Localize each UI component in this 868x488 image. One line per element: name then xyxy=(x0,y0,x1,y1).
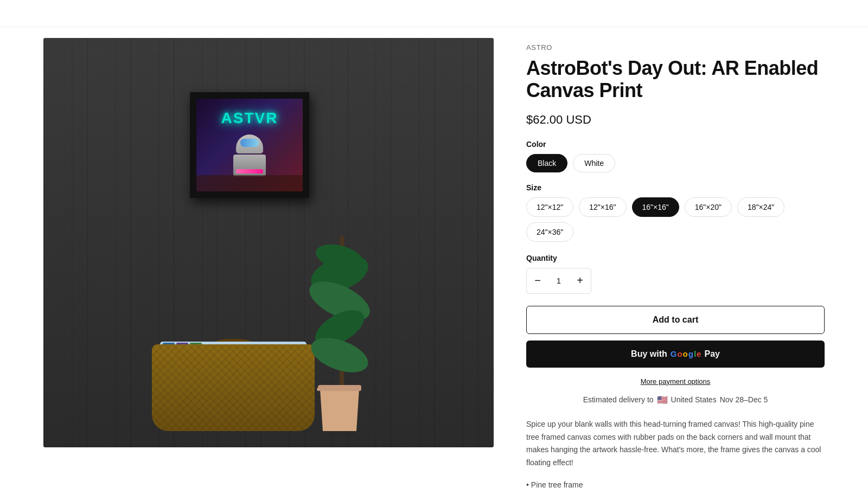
size-btn-12x12[interactable]: 12"×12" xyxy=(526,197,573,217)
plant-svg xyxy=(288,230,396,447)
color-btn-white[interactable]: White xyxy=(573,154,615,172)
size-btn-16x16[interactable]: 16"×16" xyxy=(632,197,679,217)
more-payment-link[interactable]: More payment options xyxy=(641,377,711,386)
size-btn-16x20[interactable]: 16"×20" xyxy=(685,197,732,217)
buy-now-button[interactable]: Buy with Google Pay xyxy=(526,341,825,368)
bullet-pine-frame: • Pine tree frame xyxy=(526,478,825,488)
color-label: Color xyxy=(526,140,825,149)
delivery-info: Estimated delivery to 🇺🇸 United States N… xyxy=(526,395,825,405)
us-flag-icon: 🇺🇸 xyxy=(657,395,668,405)
color-btn-black[interactable]: Black xyxy=(526,154,567,172)
crowd-silhouette xyxy=(196,175,303,191)
product-price: $62.00 USD xyxy=(526,113,825,127)
page-wrapper: ASTVR xyxy=(0,27,868,488)
product-image: ASTVR xyxy=(43,38,494,447)
buy-now-label: Buy with xyxy=(631,349,667,359)
quantity-label: Quantity xyxy=(526,254,825,262)
robot-visor xyxy=(240,139,259,147)
astvr-text: ASTVR xyxy=(221,110,278,127)
product-bullets: • Pine tree frame • Frame thickness: 1.2… xyxy=(526,478,825,488)
size-btn-18x24[interactable]: 18"×24" xyxy=(737,197,784,217)
add-to-cart-button[interactable]: Add to cart xyxy=(526,306,825,334)
size-options: 12"×12" 12"×16" 16"×16" 16"×20" 18"×24" … xyxy=(526,197,825,242)
quantity-increase-button[interactable]: + xyxy=(569,268,591,293)
delivery-country: United States xyxy=(671,395,717,404)
gpay-logo: Google xyxy=(671,349,701,358)
wall-frame-inner: ASTVR xyxy=(196,99,303,191)
delivery-dates: Nov 28–Dec 5 xyxy=(720,395,768,404)
size-btn-12x16[interactable]: 12"×16" xyxy=(579,197,626,217)
product-description: Spice up your blank walls with this head… xyxy=(526,418,825,470)
size-label: Size xyxy=(526,183,825,192)
quantity-decrease-button[interactable]: − xyxy=(527,268,548,293)
robot-stripe xyxy=(236,169,263,174)
delivery-text: Estimated delivery to xyxy=(583,395,654,404)
quantity-value: 1 xyxy=(548,276,569,285)
wall-frame: ASTVR xyxy=(190,92,309,198)
header-bar xyxy=(0,0,868,27)
size-btn-24x36[interactable]: 24"×36" xyxy=(526,222,573,242)
product-section: ASTRO AstroBot's Day Out: AR Enabled Can… xyxy=(526,38,825,488)
product-title: AstroBot's Day Out: AR Enabled Canvas Pr… xyxy=(526,57,825,102)
more-payment-options: More payment options xyxy=(526,376,825,386)
product-image-background: ASTVR xyxy=(43,38,494,447)
quantity-control: − 1 + xyxy=(526,268,591,294)
brand-name: ASTRO xyxy=(526,43,825,52)
gpay-text: Pay xyxy=(704,349,719,359)
scene-objects xyxy=(43,328,494,447)
color-options: Black White xyxy=(526,154,825,172)
robot-body xyxy=(233,155,266,176)
robot-head xyxy=(236,134,263,153)
image-section: ASTVR xyxy=(43,38,494,447)
